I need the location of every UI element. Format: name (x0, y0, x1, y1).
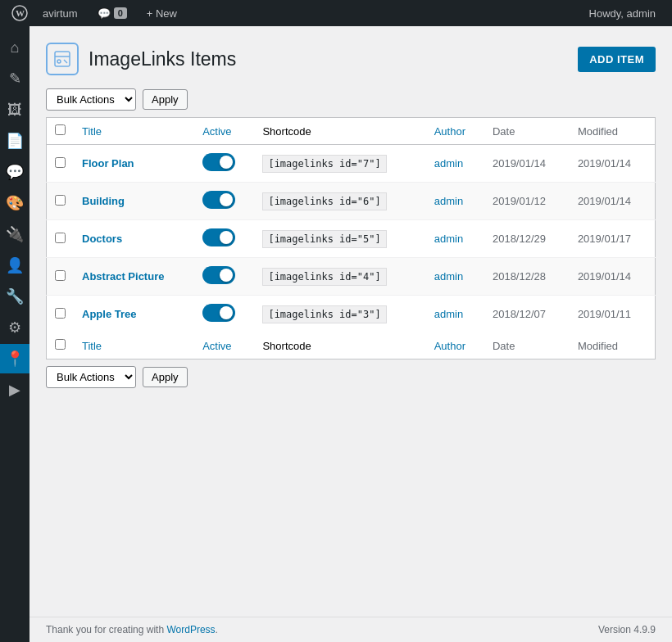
row-date-cell: 2019/01/12 (484, 183, 570, 220)
apply-button-top[interactable]: Apply (143, 89, 188, 110)
th-date: Date (484, 118, 570, 145)
footer-version: Version 4.9.9 (598, 624, 656, 635)
row-modified-cell: 2019/01/14 (570, 183, 656, 220)
active-toggle[interactable] (202, 304, 235, 322)
footer-thank-you: Thank you for creating with WordPress. (46, 624, 218, 635)
row-title-link[interactable]: Building (82, 195, 125, 207)
sidebar-icon-play[interactable]: ▶ (0, 375, 30, 405)
author-link[interactable]: admin (434, 233, 463, 245)
th-active: Active (194, 118, 254, 145)
row-checkbox-cell (47, 220, 75, 258)
main-content: ImageLinks Items ADD ITEM Bulk Actions A… (30, 26, 672, 642)
page-title: ImageLinks Items (89, 48, 236, 70)
row-shortcode-cell: [imagelinks id="6"] (254, 183, 425, 220)
author-sort-link[interactable]: Author (434, 125, 465, 138)
sidebar-icon-appearance[interactable]: 🎨 (0, 188, 30, 218)
author-link[interactable]: admin (434, 270, 463, 283)
table-row: Building [imagelinks id="6"] admin 2019/… (47, 183, 656, 220)
sidebar-icon-comments[interactable]: 💬 (0, 157, 30, 187)
row-checkbox-cell (47, 296, 75, 333)
active-toggle[interactable] (202, 266, 235, 284)
select-all-checkbox-top[interactable] (55, 124, 66, 135)
th-modified: Modified (570, 118, 656, 145)
table-row: Floor Plan [imagelinks id="7"] admin 201… (47, 145, 656, 183)
sidebar-icon-imagelinks[interactable]: 📍 (0, 344, 30, 373)
toggle-slider (202, 304, 235, 322)
row-title-link[interactable]: Doctors (82, 233, 122, 245)
row-active-cell (194, 145, 254, 183)
active-toggle[interactable] (202, 228, 235, 246)
add-item-button[interactable]: ADD ITEM (578, 47, 656, 72)
shortcode-value: [imagelinks id="3"] (262, 305, 386, 323)
row-title-link[interactable]: Floor Plan (82, 157, 134, 170)
sidebar-icon-tools[interactable]: 🔧 (0, 282, 30, 311)
row-checkbox[interactable] (55, 308, 66, 319)
table-top-controls: Bulk Actions Apply (46, 88, 656, 111)
row-date-cell: 2018/12/07 (484, 296, 570, 333)
active-sort-link-footer[interactable]: Active (202, 340, 231, 352)
row-checkbox[interactable] (55, 195, 66, 206)
shortcode-value: [imagelinks id="7"] (262, 155, 386, 173)
active-toggle[interactable] (202, 191, 235, 209)
sidebar-icon-plugins[interactable]: 🔌 (0, 219, 30, 249)
admin-bar: W avirtum 💬 0 + New Howdy, admin (0, 0, 672, 26)
active-sort-link[interactable]: Active (202, 125, 231, 138)
tf-author: Author (426, 332, 484, 359)
row-active-cell (194, 258, 254, 296)
svg-text:W: W (16, 8, 25, 18)
tf-title: Title (74, 332, 194, 359)
row-active-cell (194, 183, 254, 220)
svg-rect-2 (55, 52, 70, 66)
comments-count: 0 (114, 7, 127, 19)
row-checkbox[interactable] (55, 233, 66, 243)
row-title-cell: Building (74, 183, 194, 220)
sidebar-icon-users[interactable]: 👤 (0, 251, 30, 280)
adminbar-site[interactable]: avirtum (33, 0, 88, 26)
row-date-cell: 2018/12/29 (484, 220, 570, 258)
sidebar-icon-settings[interactable]: ⚙ (0, 313, 30, 342)
shortcode-value: [imagelinks id="4"] (262, 268, 386, 286)
row-shortcode-cell: [imagelinks id="3"] (254, 296, 425, 333)
active-toggle[interactable] (202, 153, 235, 171)
th-author: Author (426, 118, 484, 145)
adminbar-comments[interactable]: 💬 0 (88, 0, 137, 26)
footer-wordpress-link[interactable]: WordPress (166, 624, 215, 635)
row-author-cell: admin (426, 145, 484, 183)
sidebar-icon-posts[interactable]: ✎ (0, 64, 30, 93)
row-title-cell: Abstract Picture (74, 258, 194, 296)
sidebar-icon-pages[interactable]: 📄 (0, 126, 30, 156)
adminbar-new[interactable]: + New (137, 0, 187, 26)
author-sort-link-footer[interactable]: Author (434, 340, 465, 352)
sidebar: ⌂ ✎ 🖼 📄 💬 🎨 🔌 👤 🔧 ⚙ 📍 ▶ (0, 26, 30, 642)
row-modified-cell: 2019/01/17 (570, 220, 656, 258)
title-sort-link[interactable]: Title (82, 125, 102, 138)
apply-button-bottom[interactable]: Apply (143, 367, 188, 387)
row-title-link[interactable]: Abstract Picture (82, 270, 164, 283)
author-link[interactable]: admin (434, 195, 463, 207)
th-shortcode: Shortcode (254, 118, 425, 145)
adminbar-howdy[interactable]: Howdy, admin (579, 7, 665, 20)
row-checkbox[interactable] (55, 270, 66, 281)
row-checkbox[interactable] (55, 157, 66, 168)
row-author-cell: admin (426, 183, 484, 220)
tf-active: Active (194, 332, 254, 359)
sidebar-icon-dashboard[interactable]: ⌂ (0, 33, 30, 62)
row-modified-cell: 2019/01/14 (570, 258, 656, 296)
row-title-cell: Apple Tree (74, 296, 194, 333)
wp-logo-icon[interactable]: W (7, 0, 33, 26)
author-link[interactable]: admin (434, 308, 463, 320)
author-link[interactable]: admin (434, 157, 463, 170)
table-row: Doctors [imagelinks id="5"] admin 2018/1… (47, 220, 656, 258)
tf-date: Date (484, 332, 570, 359)
title-sort-link-footer[interactable]: Title (82, 340, 102, 352)
bulk-actions-select-top[interactable]: Bulk Actions (46, 88, 136, 111)
layout: ⌂ ✎ 🖼 📄 💬 🎨 🔌 👤 🔧 ⚙ 📍 ▶ (0, 26, 672, 642)
select-all-checkbox-bottom[interactable] (55, 339, 66, 350)
toggle-slider (202, 266, 235, 284)
row-modified-cell: 2019/01/11 (570, 296, 656, 333)
row-title-link[interactable]: Apple Tree (82, 308, 136, 320)
bulk-actions-select-bottom[interactable]: Bulk Actions (46, 366, 136, 388)
table-row: Apple Tree [imagelinks id="3"] admin 201… (47, 296, 656, 333)
row-author-cell: admin (426, 296, 484, 333)
sidebar-icon-media[interactable]: 🖼 (0, 95, 30, 124)
